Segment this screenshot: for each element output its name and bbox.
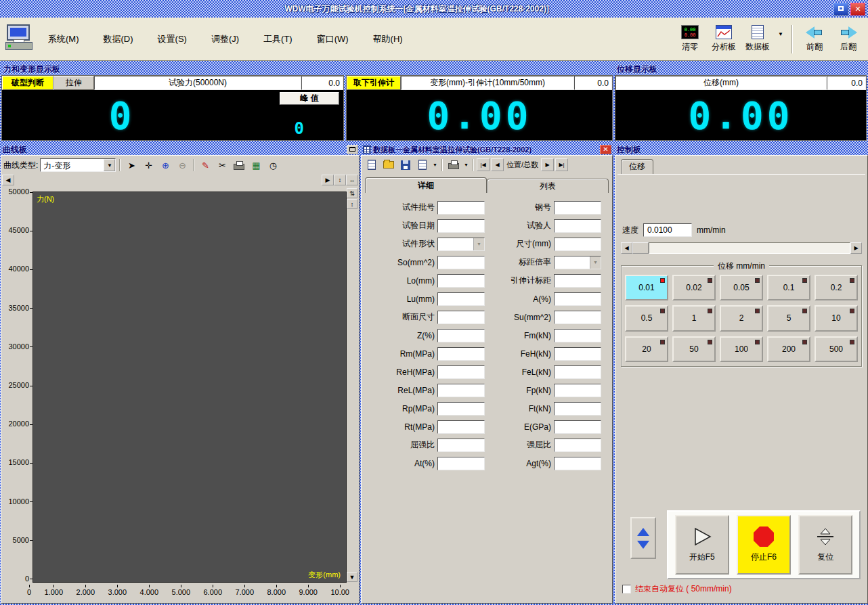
speed-button-0.5[interactable]: 0.5 <box>625 305 668 331</box>
field-input[interactable] <box>437 457 485 470</box>
field-input[interactable] <box>437 439 485 452</box>
field-input[interactable] <box>437 329 485 342</box>
remove-extensometer-button[interactable]: 取下引伸计 <box>347 76 401 90</box>
export-dropdown-arrow[interactable]: ▼ <box>431 158 439 172</box>
scroll-down-button[interactable]: ▼ <box>347 572 357 582</box>
nav-first-button[interactable]: |◀ <box>477 158 490 171</box>
speed-button-0.01[interactable]: 0.01 <box>625 275 668 300</box>
speed-button-50[interactable]: 50 <box>672 336 716 362</box>
tab-displacement[interactable]: 位移 <box>621 159 653 174</box>
curve-type-select[interactable]: 力-变形 ▼ <box>40 158 116 172</box>
menu-item-help[interactable]: 帮助(H) <box>370 31 406 47</box>
data-panel-close-button[interactable]: ✕ <box>600 145 611 154</box>
field-input[interactable] <box>554 402 601 416</box>
speed-button-0.02[interactable]: 0.02 <box>672 275 716 300</box>
tab-detail[interactable]: 详细 <box>365 177 487 193</box>
speed-button-0.05[interactable]: 0.05 <box>720 275 763 300</box>
fit-vertical-button[interactable]: ↕ <box>334 175 346 185</box>
field-input[interactable] <box>554 311 601 324</box>
field-input[interactable] <box>437 274 485 288</box>
field-input[interactable] <box>554 238 601 251</box>
toolbar-dropdown-arrow[interactable]: ▼ <box>776 30 785 39</box>
field-input[interactable] <box>437 256 485 269</box>
scroll-right-button[interactable]: ▶ <box>850 242 862 254</box>
speed-button-200[interactable]: 200 <box>767 336 810 362</box>
minimize-button[interactable] <box>833 3 848 16</box>
speed-button-100[interactable]: 100 <box>720 336 763 362</box>
scroll-thumb[interactable] <box>632 242 649 254</box>
save-button[interactable] <box>397 158 413 172</box>
field-input[interactable] <box>437 311 485 324</box>
speed-button-0.1[interactable]: 0.1 <box>767 275 810 300</box>
scroll-track[interactable] <box>649 242 850 254</box>
page-prev-button[interactable]: 前翻 <box>799 26 830 53</box>
speed-button-20[interactable]: 20 <box>625 336 668 362</box>
menu-item-system[interactable]: 系统(M) <box>45 31 83 47</box>
chart-grid-button[interactable]: ▦ <box>248 158 263 172</box>
reset-button[interactable]: 复位 <box>798 515 852 575</box>
speed-button-0.2[interactable]: 0.2 <box>815 275 858 300</box>
pen-tool-button[interactable]: ✎ <box>198 158 213 172</box>
fit-horizontal-button[interactable]: ↔ <box>346 175 358 185</box>
speed-button-2[interactable]: 2 <box>720 305 763 331</box>
field-input[interactable] <box>437 292 485 306</box>
field-input[interactable] <box>437 384 485 397</box>
new-record-button[interactable] <box>364 158 379 172</box>
stop-button[interactable]: 停止F6 <box>737 515 791 575</box>
zoom-out-button[interactable]: ⊖ <box>175 158 190 172</box>
field-input[interactable] <box>437 402 485 416</box>
field-input[interactable] <box>437 347 485 361</box>
analysis-board-button[interactable]: 分析板 <box>708 25 739 53</box>
field-input[interactable] <box>554 439 601 452</box>
field-input[interactable] <box>554 201 601 215</box>
page-next-button[interactable]: 后翻 <box>833 26 864 53</box>
tension-button[interactable]: 拉伸 <box>53 76 94 90</box>
speed-button-500[interactable]: 500 <box>815 336 858 362</box>
auto-reset-checkbox[interactable] <box>622 585 631 593</box>
print-dropdown-arrow[interactable]: ▼ <box>462 158 470 172</box>
data-board-button[interactable]: 数据板 <box>742 25 773 53</box>
pan-left-button[interactable]: ◀ <box>2 175 14 185</box>
field-input[interactable] <box>554 457 601 470</box>
clear-zero-button[interactable]: 0.00 0.00 清零 <box>674 25 706 53</box>
field-input[interactable] <box>554 274 601 288</box>
nav-last-button[interactable]: ▶| <box>555 158 568 171</box>
break-judge-button[interactable]: 破型判断 <box>2 76 53 90</box>
field-combo[interactable]: ▼ <box>554 256 601 269</box>
field-input[interactable] <box>437 219 485 233</box>
field-input[interactable] <box>437 201 485 215</box>
pointer-tool-button[interactable]: ➤ <box>124 158 139 172</box>
pan-right-button[interactable]: ▶ <box>322 175 334 185</box>
print-curve-button[interactable] <box>232 158 246 172</box>
menu-item-window[interactable]: 窗口(W) <box>313 31 352 47</box>
menu-item-tools[interactable]: 工具(T) <box>260 31 296 47</box>
scale-center-button[interactable]: ↕ <box>347 199 357 209</box>
zoom-in-button[interactable]: ⊕ <box>158 158 173 172</box>
speed-button-10[interactable]: 10 <box>815 305 858 331</box>
field-input[interactable] <box>554 347 601 361</box>
crosshair-tool-button[interactable]: ✛ <box>141 158 156 172</box>
field-input[interactable] <box>554 365 601 379</box>
tab-list[interactable]: 列表 <box>487 179 609 193</box>
scale-up-button[interactable]: ⇅ <box>347 188 357 198</box>
field-input[interactable] <box>437 365 485 379</box>
start-button[interactable]: 开始F5 <box>675 515 729 575</box>
scissors-tool-button[interactable]: ✂ <box>215 158 230 172</box>
print-button[interactable] <box>446 158 461 172</box>
menu-item-settings[interactable]: 设置(S) <box>154 31 190 47</box>
timer-button[interactable]: ◷ <box>265 158 280 172</box>
nav-prev-button[interactable]: ◀ <box>491 158 504 171</box>
nav-next-button[interactable]: ▶ <box>541 158 554 171</box>
scroll-left-button[interactable]: ◀ <box>621 242 632 254</box>
export-button[interactable] <box>414 158 430 172</box>
field-combo[interactable]: ▼ <box>437 238 485 251</box>
field-input[interactable] <box>554 384 601 397</box>
field-input[interactable] <box>554 219 601 233</box>
field-input[interactable] <box>554 292 601 306</box>
speed-button-5[interactable]: 5 <box>767 305 810 331</box>
speed-button-1[interactable]: 1 <box>672 305 716 331</box>
menu-item-adjust[interactable]: 调整(J) <box>208 31 242 47</box>
menu-item-data[interactable]: 数据(D) <box>100 31 137 47</box>
field-input[interactable] <box>554 420 601 434</box>
jog-updown-button[interactable] <box>630 517 656 559</box>
